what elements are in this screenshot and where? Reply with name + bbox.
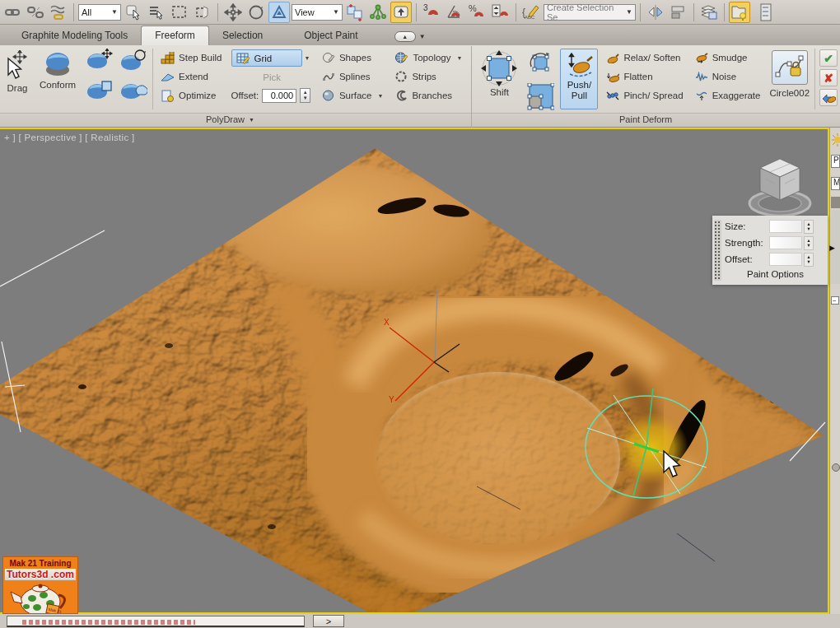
panel-grip-handle[interactable] [712, 216, 723, 285]
select-by-name-icon[interactable] [146, 2, 167, 23]
shift-rotate-button[interactable] [526, 50, 554, 78]
strength-field[interactable] [769, 236, 802, 249]
size-field[interactable] [769, 220, 802, 233]
offset-field[interactable]: 0.000 [262, 89, 296, 103]
offset-spinner[interactable]: ▲▼ [300, 88, 310, 103]
branches-icon [394, 90, 408, 101]
shift-scale-button[interactable] [526, 83, 554, 114]
drag-button[interactable]: Drag [0, 45, 35, 113]
status-bar: > [0, 614, 840, 628]
tab-graphite-modeling-tools[interactable]: Graphite Modeling Tools [8, 26, 141, 45]
conform-move-button[interactable] [82, 49, 115, 78]
conform-rotate-button[interactable] [116, 49, 149, 78]
bind-to-space-warp-icon[interactable] [48, 2, 69, 23]
paint-offset-field[interactable] [769, 253, 802, 266]
spinner-snap-toggle-icon[interactable] [490, 2, 511, 23]
conform-square-button[interactable] [82, 79, 115, 109]
perspective-viewport[interactable]: + ] [ Perspective ] [ Realistic ] [0, 128, 829, 614]
surface-button[interactable]: Surface ▼ [320, 87, 386, 104]
rectangular-selection-region-icon[interactable] [169, 2, 190, 23]
conform-button[interactable]: Conform [35, 45, 81, 113]
round-widget[interactable] [832, 463, 840, 472]
strips-button[interactable]: Strips [392, 68, 464, 85]
edit-named-selection-sets-icon[interactable]: {ABC [520, 2, 542, 23]
reference-coordsys-combo[interactable]: View ▼ [292, 4, 343, 21]
noise-button[interactable]: Noise [693, 68, 763, 85]
smudge-label: Smudge [712, 53, 748, 63]
align-icon[interactable] [668, 2, 689, 23]
viewport-label[interactable]: + ] [ Perspective ] [ Realistic ] [4, 133, 135, 142]
layer-manager-icon[interactable] [698, 2, 720, 23]
viewport-scene: X Y [0, 129, 828, 612]
ribbon-options-chevron-icon[interactable]: ▼ [419, 33, 426, 40]
surface-flyout-arrow-icon[interactable]: ▼ [378, 93, 384, 99]
topology-button[interactable]: Topology ▼ [392, 49, 464, 66]
commit-button[interactable]: ✔ [819, 49, 838, 67]
modifier-list-field[interactable]: M [831, 177, 840, 190]
size-spinner[interactable]: ▲▼ [804, 220, 814, 234]
graphite-ribbon-toggle-button[interactable] [729, 2, 750, 23]
pick-button[interactable]: Pick [231, 69, 313, 86]
pinch-spread-button[interactable]: Pinch/ Spread [604, 87, 685, 104]
use-pivot-point-center-icon[interactable] [344, 2, 366, 23]
selection-filter-combo[interactable]: All ▼ [78, 4, 121, 21]
schematic-view-icon[interactable] [754, 2, 775, 23]
strength-spinner[interactable]: ▲▼ [804, 236, 814, 250]
maxscript-mini-listener[interactable] [7, 616, 305, 627]
optimize-button[interactable]: Optimize [158, 87, 224, 104]
application-window: All ▼ View ▼ [0, 0, 840, 628]
angle-snap-toggle-icon[interactable] [444, 2, 465, 23]
panel-expand-arrow-icon[interactable]: ▶ [829, 244, 835, 252]
snap-toggle-3d-icon[interactable]: 3 [421, 2, 442, 23]
select-and-move-icon[interactable] [222, 2, 244, 23]
terrain-plane[interactable] [0, 148, 824, 612]
flatten-button[interactable]: Flatten [604, 68, 685, 85]
branches-button[interactable]: Branches [392, 87, 464, 104]
object-name-field[interactable]: P [831, 155, 840, 168]
extend-button[interactable]: Extend [158, 68, 224, 85]
polydraw-col-shapes: Shapes Splines Surface ▼ [316, 45, 390, 113]
listener-prompt-button[interactable]: > [313, 615, 344, 627]
tab-object-paint[interactable]: Object Paint [291, 26, 371, 45]
paint-offset-spinner[interactable]: ▲▼ [804, 253, 814, 267]
modifier-stack-row[interactable] [831, 197, 840, 208]
grid-flyout-arrow-icon[interactable]: ▼ [305, 55, 310, 61]
unlink-selection-icon[interactable] [25, 2, 46, 23]
select-and-rotate-icon[interactable] [245, 2, 267, 23]
revert-brush-button[interactable] [819, 89, 838, 106]
select-and-manipulate-icon[interactable] [367, 2, 389, 23]
step-build-button[interactable]: Step Build [158, 49, 224, 66]
splines-button[interactable]: Splines [320, 68, 386, 85]
viewcube[interactable] [749, 159, 810, 216]
paint-deform-panel-label[interactable]: Paint Deform [619, 114, 672, 124]
conform-blob-button[interactable] [116, 79, 149, 109]
select-and-link-icon[interactable] [2, 2, 23, 23]
topology-flyout-arrow-icon[interactable]: ▼ [457, 55, 463, 61]
exaggerate-button[interactable]: Exaggerate [693, 87, 763, 104]
push-pull-button[interactable]: Push/ Pull [560, 49, 598, 109]
push-pull-label: Push/ Pull [562, 80, 595, 101]
keyboard-shortcut-override-button[interactable] [390, 2, 412, 23]
shapes-button[interactable]: Shapes [320, 49, 386, 66]
chevron-down-icon: ▼ [626, 8, 632, 16]
splines-icon [322, 72, 335, 82]
select-object-icon[interactable] [123, 2, 144, 23]
paint-options-title[interactable]: Paint Options [725, 269, 826, 279]
percent-snap-toggle-icon[interactable]: % [467, 2, 488, 23]
cancel-button[interactable]: ✘ [819, 69, 838, 86]
shift-button[interactable]: Shift [475, 45, 523, 113]
grid-dropdown-button[interactable]: Grid [231, 49, 302, 67]
rollout-minus-box[interactable]: − [831, 296, 839, 305]
tab-freeform[interactable]: Freeform [141, 26, 209, 45]
select-and-scale-icon[interactable] [268, 2, 290, 23]
paint-constraint-button[interactable] [772, 50, 808, 85]
window-crossing-icon[interactable] [192, 2, 213, 23]
named-selection-set-combo[interactable]: Create Selection Se ▼ [544, 4, 636, 21]
smudge-button[interactable]: Smudge [693, 49, 763, 66]
offset-label: Offset: [231, 91, 259, 100]
ribbon-minimize-button[interactable]: ▲ [394, 31, 416, 42]
mirror-icon[interactable] [645, 2, 666, 23]
relax-soften-button[interactable]: Relax/ Soften [604, 49, 685, 66]
polydraw-panel-label[interactable]: PolyDraw ▼ [206, 114, 254, 124]
tab-selection[interactable]: Selection [209, 26, 276, 45]
